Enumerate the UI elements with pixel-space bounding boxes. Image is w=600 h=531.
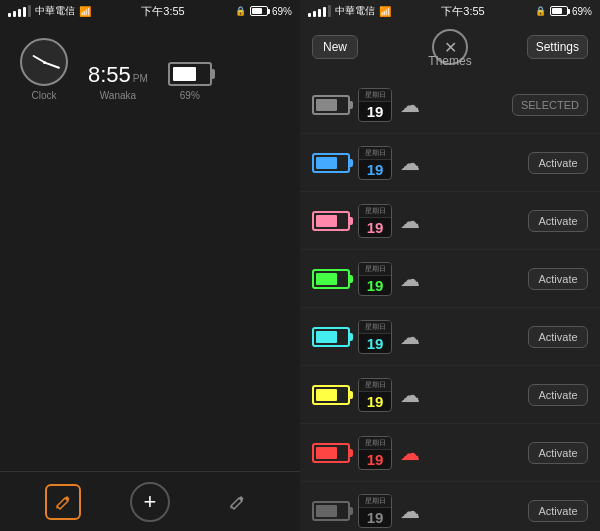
cloud-icon: ☁	[400, 325, 420, 349]
theme-row: 星期日19☁Activate	[300, 482, 600, 531]
cal-date: 19	[359, 450, 391, 469]
mini-battery-fill	[316, 447, 337, 459]
mini-battery-icon	[312, 327, 350, 347]
mini-calendar: 星期日19	[358, 494, 392, 528]
battery-large-fill	[173, 67, 196, 81]
add-button[interactable]: +	[130, 482, 170, 522]
cal-header: 星期日	[359, 205, 391, 218]
left-bottom-toolbar: +	[0, 471, 300, 531]
battery-large-icon	[168, 62, 212, 86]
cal-date: 19	[359, 218, 391, 237]
left-status-left: 中華電信 📶	[8, 4, 91, 18]
right-wifi-icon: 📶	[379, 6, 391, 17]
cal-header: 星期日	[359, 147, 391, 160]
cloud-icon: ☁	[400, 209, 420, 233]
theme-row: 星期日19☁Activate	[300, 192, 600, 250]
mini-calendar: 星期日19	[358, 262, 392, 296]
cal-header: 星期日	[359, 321, 391, 334]
cal-header: 星期日	[359, 437, 391, 450]
theme-row: 星期日19☁Activate	[300, 250, 600, 308]
left-status-bar: 中華電信 📶 下午3:55 🔒 69%	[0, 0, 300, 22]
wanaka-time: 8:55	[88, 64, 131, 86]
mini-battery-fill	[316, 389, 337, 401]
lock-icon: 🔒	[235, 6, 246, 16]
right-battery-icon	[550, 6, 568, 16]
mini-battery-icon	[312, 211, 350, 231]
cal-header: 星期日	[359, 89, 391, 102]
mini-battery-fill	[316, 157, 337, 169]
mini-battery-icon	[312, 95, 350, 115]
mini-calendar: 星期日19	[358, 204, 392, 238]
activate-button[interactable]: Activate	[528, 442, 588, 464]
carrier-label: 中華電信	[35, 4, 75, 18]
right-lock-icon: 🔒	[535, 6, 546, 16]
activate-button[interactable]: Activate	[528, 152, 588, 174]
right-battery-percent: 69%	[572, 6, 592, 17]
cal-header: 星期日	[359, 263, 391, 276]
cloud-icon: ☁	[400, 441, 420, 465]
theme-row: 星期日19☁Activate	[300, 366, 600, 424]
cal-header: 星期日	[359, 495, 391, 508]
themes-title: Themes	[428, 54, 471, 68]
cloud-icon: ☁	[400, 383, 420, 407]
left-status-right: 🔒 69%	[235, 6, 292, 17]
right-status-bar: 中華電信 📶 下午3:55 🔒 69%	[300, 0, 600, 22]
signal-icon	[8, 5, 31, 17]
mini-calendar: 星期日19	[358, 436, 392, 470]
selected-badge: SELECTED	[512, 94, 588, 116]
mini-battery-fill	[316, 215, 337, 227]
cal-date: 19	[359, 102, 391, 121]
clock-label: Clock	[31, 90, 56, 101]
theme-row: 星期日19☁Activate	[300, 134, 600, 192]
activate-button[interactable]: Activate	[528, 210, 588, 232]
settings-button[interactable]: Settings	[527, 35, 588, 59]
mini-calendar: 星期日19	[358, 88, 392, 122]
themes-header: New ✕ Settings Themes	[300, 22, 600, 72]
cloud-icon: ☁	[400, 151, 420, 175]
right-time: 下午3:55	[441, 4, 484, 19]
mini-battery-icon	[312, 269, 350, 289]
widget-area: Clock 8:55 PM Wanaka 69%	[0, 22, 300, 471]
mini-battery-icon	[312, 501, 350, 521]
mini-battery-icon	[312, 153, 350, 173]
activate-button[interactable]: Activate	[528, 384, 588, 406]
clock-face	[20, 38, 68, 86]
mini-calendar: 星期日19	[358, 146, 392, 180]
cal-date: 19	[359, 508, 391, 527]
cal-date: 19	[359, 276, 391, 295]
cal-date: 19	[359, 392, 391, 411]
cloud-icon: ☁	[400, 267, 420, 291]
cloud-icon: ☁	[400, 499, 420, 523]
clock-center	[43, 61, 46, 64]
activate-button[interactable]: Activate	[528, 500, 588, 522]
cal-date: 19	[359, 160, 391, 179]
activate-button[interactable]: Activate	[528, 268, 588, 290]
battery-icon	[250, 6, 268, 16]
mini-calendar: 星期日19	[358, 320, 392, 354]
mini-battery-fill	[316, 331, 337, 343]
widgets-row: Clock 8:55 PM Wanaka 69%	[20, 38, 212, 101]
add-icon: +	[144, 489, 157, 515]
clock-widget: Clock	[20, 38, 68, 101]
wanaka-ampm: PM	[133, 73, 148, 84]
right-status-right: 🔒 69%	[535, 6, 592, 17]
cal-header: 星期日	[359, 379, 391, 392]
wanaka-widget: 8:55 PM Wanaka	[88, 64, 148, 101]
mini-battery-icon	[312, 443, 350, 463]
mini-battery-fill	[316, 273, 337, 285]
activate-button[interactable]: Activate	[528, 326, 588, 348]
theme-row: 星期日19☁SELECTED	[300, 76, 600, 134]
pencil-button[interactable]	[219, 484, 255, 520]
right-status-left: 中華電信 📶	[308, 4, 391, 18]
right-carrier-label: 中華電信	[335, 4, 375, 18]
battery-label: 69%	[180, 90, 200, 101]
theme-row: 星期日19☁Activate	[300, 424, 600, 482]
themes-list: 星期日19☁SELECTED星期日19☁Activate星期日19☁Activa…	[300, 72, 600, 531]
new-button[interactable]: New	[312, 35, 358, 59]
cloud-icon: ☁	[400, 93, 420, 117]
cal-date: 19	[359, 334, 391, 353]
battery-percent: 69%	[272, 6, 292, 17]
edit-button[interactable]	[45, 484, 81, 520]
mini-battery-fill	[316, 99, 337, 111]
wanaka-label: Wanaka	[100, 90, 136, 101]
